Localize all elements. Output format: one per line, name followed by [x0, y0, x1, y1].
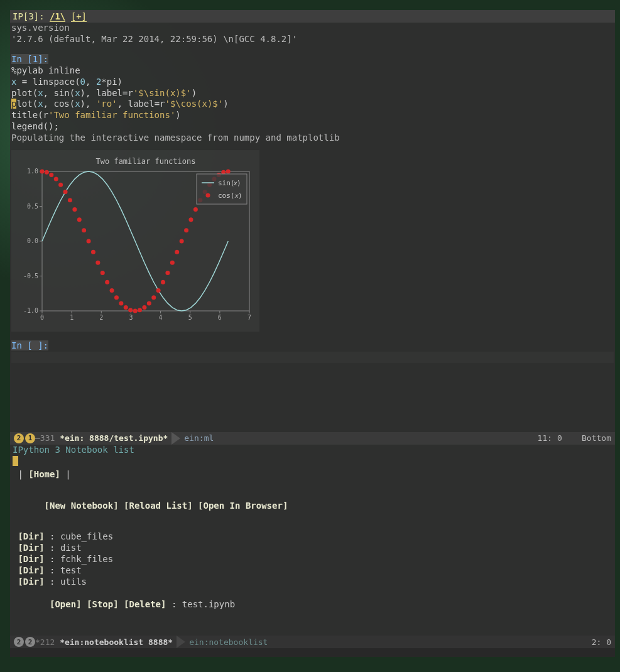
svg-point-48: [128, 308, 133, 312]
svg-text:1: 1: [70, 314, 73, 321]
cursor-icon: [13, 456, 18, 466]
svg-point-40: [91, 250, 95, 254]
svg-text:5: 5: [188, 314, 192, 321]
svg-text:0.5: 0.5: [27, 203, 38, 210]
workspace-indicator: 2: [14, 637, 24, 647]
chart-output: Two familiar functions01234567-1.0-0.50.…: [11, 150, 259, 332]
separator-icon: [171, 432, 180, 445]
svg-point-46: [119, 301, 123, 305]
svg-point-32: [54, 177, 58, 182]
svg-point-36: [72, 207, 77, 212]
svg-point-49: [133, 309, 138, 313]
svg-point-42: [101, 271, 105, 275]
svg-text:): ): [237, 179, 241, 187]
svg-point-62: [193, 207, 198, 212]
svg-point-41: [95, 261, 100, 265]
emacs-window: IP[3]: /1\ [+] sys.version '2.7.6 (defau…: [10, 10, 615, 657]
open-in-browser-button[interactable]: [Open In Browser]: [198, 501, 288, 511]
code-line[interactable]: plot(x, cos(x), 'ro', label=r'$\cos(x)$'…: [11, 99, 614, 110]
cell-prompt: In [1]:: [11, 54, 614, 65]
dir-link[interactable]: [Dir]: [18, 554, 44, 564]
cursor-position: 11: 0: [538, 433, 562, 443]
workspace-indicator: 2: [14, 433, 24, 443]
svg-text:1.0: 1.0: [27, 168, 38, 175]
svg-point-69: [226, 170, 231, 174]
svg-point-47: [124, 305, 128, 310]
svg-point-37: [77, 217, 82, 222]
svg-text:2: 2: [99, 314, 103, 321]
svg-text:): ): [238, 192, 242, 200]
notebook-delete-button[interactable]: [Delete]: [124, 599, 166, 609]
dir-link[interactable]: [Dir]: [18, 565, 44, 575]
svg-text:-1.0: -1.0: [23, 307, 38, 314]
svg-point-54: [156, 288, 161, 293]
svg-point-31: [49, 173, 53, 177]
svg-text:sin(: sin(: [218, 179, 235, 187]
major-mode: ein:ml: [184, 433, 214, 443]
code-line[interactable]: plot(x, sin(x), label=r'$\sin(x)$'): [11, 88, 614, 99]
svg-point-39: [87, 239, 91, 244]
svg-point-45: [114, 295, 119, 300]
dir-link[interactable]: [Dir]: [18, 543, 44, 553]
notebook-filename[interactable]: test.ipynb: [182, 599, 235, 609]
svg-point-33: [58, 183, 63, 187]
svg-text:7: 7: [247, 314, 251, 321]
svg-text:6: 6: [218, 314, 222, 321]
svg-point-50: [138, 308, 142, 312]
code-line[interactable]: %pylab inline: [11, 65, 614, 77]
notebook-stop-button[interactable]: [Stop]: [87, 599, 119, 609]
dir-link[interactable]: [Dir]: [18, 577, 44, 587]
svg-text:cos(: cos(: [218, 192, 235, 200]
chart: Two familiar functions01234567-1.0-0.50.…: [14, 155, 256, 323]
svg-point-58: [175, 250, 179, 254]
buffer-name[interactable]: *ein:notebooklist 8888*: [60, 637, 173, 647]
modeline-notebooklist: 2 2 * 212 *ein:notebooklist 8888* ein:no…: [10, 636, 615, 648]
svg-point-55: [161, 280, 165, 285]
reload-list-button[interactable]: [Reload List]: [124, 501, 193, 511]
svg-text:-0.5: -0.5: [23, 273, 38, 279]
buffer-name[interactable]: *ein: 8888/test.ipynb*: [60, 433, 168, 443]
cell-prompt-empty[interactable]: In [ ]:: [11, 340, 614, 352]
code-line[interactable]: x = linspace(0, 2*pi): [11, 77, 614, 88]
svg-point-35: [68, 198, 72, 202]
svg-point-34: [63, 190, 68, 194]
svg-point-60: [184, 228, 188, 232]
output-line: '2.7.6 (default, Mar 22 2014, 22:59:56) …: [11, 34, 614, 45]
svg-point-59: [180, 239, 184, 244]
svg-point-30: [45, 170, 49, 175]
output-line: sys.version: [11, 23, 614, 34]
svg-point-75: [206, 193, 210, 198]
empty-cell-body[interactable]: [11, 352, 614, 363]
code-line[interactable]: title(r'Two familiar functions'): [11, 110, 614, 121]
modeline-notebook: 2 1 — 331 *ein: 8888/test.ipynb* ein:ml …: [10, 432, 615, 445]
svg-text:Two familiar functions: Two familiar functions: [96, 157, 196, 166]
notebook-pane[interactable]: sys.version '2.7.6 (default, Mar 22 2014…: [10, 23, 615, 432]
tab-bar: IP[3]: /1\ [+]: [10, 10, 615, 23]
new-notebook-button[interactable]: [New Notebook]: [45, 501, 119, 511]
scroll-position: Bottom: [582, 433, 611, 443]
svg-point-61: [188, 217, 193, 222]
svg-point-29: [40, 170, 45, 174]
svg-point-52: [147, 301, 151, 305]
svg-text:3: 3: [129, 314, 133, 321]
cursor-position: 2: 0: [592, 637, 611, 647]
dir-name[interactable]: dist: [60, 543, 82, 553]
code-line[interactable]: legend();: [11, 121, 614, 133]
major-mode: ein:notebooklist: [189, 637, 268, 647]
svg-text:0.0: 0.0: [27, 237, 38, 244]
dir-name[interactable]: test: [60, 565, 82, 575]
notebooklist-pane[interactable]: IPython 3 Notebook list | [Home] | [New …: [10, 445, 615, 636]
tab-add-button[interactable]: [+]: [71, 11, 87, 22]
tab-prefix: IP[3]:: [13, 11, 50, 21]
dir-name[interactable]: fchk_files: [60, 554, 113, 564]
nblist-title: IPython 3 Notebook list: [13, 445, 612, 456]
minibuffer[interactable]: [10, 648, 615, 657]
dir-link[interactable]: [Dir]: [18, 531, 44, 541]
output-line: Populating the interactive namespace fro…: [11, 133, 614, 144]
home-link[interactable]: [Home]: [28, 469, 60, 479]
dir-name[interactable]: cube_files: [60, 531, 113, 541]
tab-active[interactable]: /1\: [50, 11, 65, 22]
notebook-open-button[interactable]: [Open]: [50, 599, 82, 609]
dir-name[interactable]: utils: [60, 577, 87, 587]
svg-text:4: 4: [159, 314, 163, 321]
